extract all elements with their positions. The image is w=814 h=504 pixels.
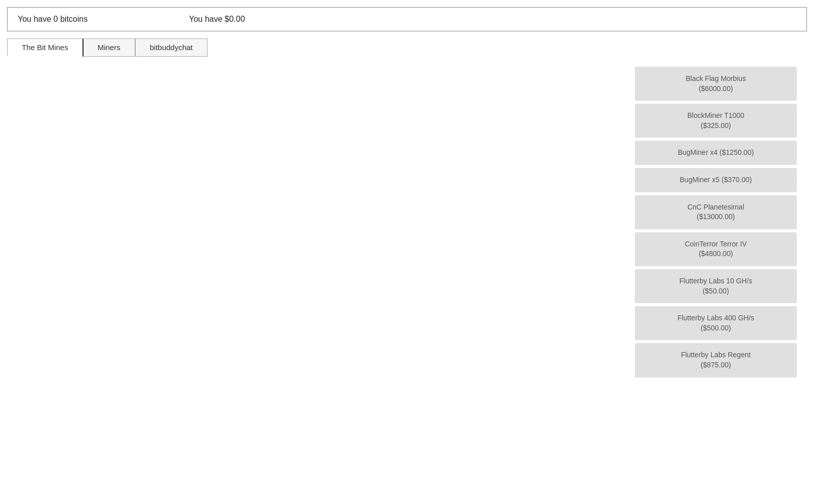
status-bar: You have 0 bitcoins You have $0.00 xyxy=(7,7,807,31)
main-content: Black Flag Morbius($6000.00)BlockMiner T… xyxy=(0,67,814,377)
tab-miners[interactable]: Miners xyxy=(83,38,135,57)
miner-button-bugminer-x4[interactable]: BugMiner x4 ($1250.00) xyxy=(635,141,797,165)
miner-button-cointrerror-terror-iv[interactable]: CoinTerror Terror IV($4800.00) xyxy=(635,232,797,266)
miner-button-flutterby-10ghs[interactable]: Flutterby Labs 10 GH/s($50.00) xyxy=(635,269,797,303)
miner-button-blockminer-t1000[interactable]: BlockMiner T1000($325.00) xyxy=(635,104,797,138)
bitcoins-status: You have 0 bitcoins xyxy=(18,15,88,24)
miner-button-flutterby-400ghs[interactable]: Flutterby Labs 400 GH/s($500.00) xyxy=(635,306,797,340)
left-area xyxy=(7,67,625,377)
miners-list: Black Flag Morbius($6000.00)BlockMiner T… xyxy=(625,67,797,377)
tab-bitbuddychat[interactable]: bitbuddychat xyxy=(135,38,208,57)
tabs-bar: The Bit Mines Miners bitbuddychat xyxy=(7,38,807,57)
miner-button-bugminer-x5[interactable]: BugMiner x5 ($370.00) xyxy=(635,168,797,192)
dollars-status: You have $0.00 xyxy=(189,15,245,24)
miner-button-flutterby-regent[interactable]: Flutterby Labs Regent($875.00) xyxy=(635,343,797,377)
miner-button-cnc-planetesimal[interactable]: CnC Planetesimal($13000.00) xyxy=(635,195,797,229)
tab-the-bit-mines[interactable]: The Bit Mines xyxy=(7,38,83,57)
miner-button-black-flag-morbius[interactable]: Black Flag Morbius($6000.00) xyxy=(635,67,797,101)
